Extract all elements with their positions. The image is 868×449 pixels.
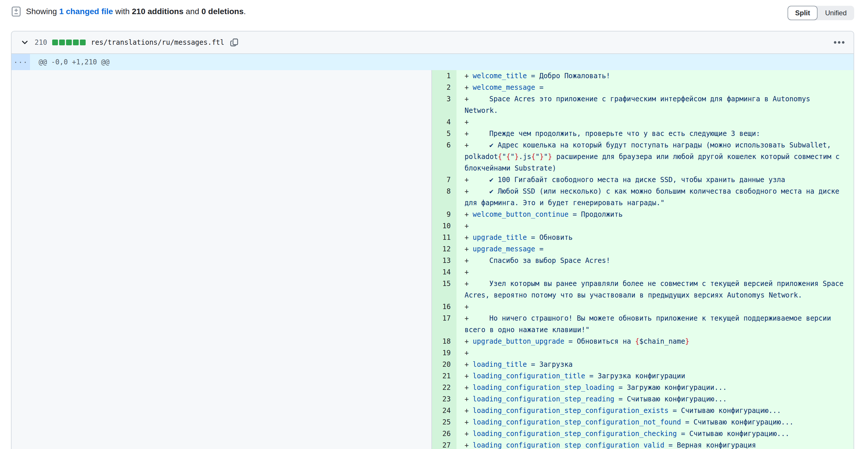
code-line: + Но ничего страшного! Вы можете обновит…: [457, 312, 854, 336]
diff-row: 24+loading_configuration_step_configurat…: [432, 405, 854, 416]
line-number[interactable]: 11: [432, 232, 457, 243]
line-number[interactable]: 2: [432, 82, 457, 93]
code-line: +loading_configuration_step_reading = Сч…: [457, 393, 854, 405]
summary-text: Showing 1 changed file with 210 addition…: [26, 6, 246, 17]
addition-marker: +: [465, 174, 473, 185]
addition-marker: +: [465, 243, 473, 255]
diff-row: 27+loading_configuration_step_configurat…: [432, 440, 854, 449]
line-number[interactable]: 16: [432, 301, 457, 312]
code-line: +loading_configuration_step_loading = За…: [457, 382, 854, 393]
deletions-count: 0 deletions: [201, 7, 243, 16]
line-number[interactable]: 3: [432, 93, 457, 116]
addition-marker: +: [465, 370, 473, 382]
code-line: +loading_configuration_step_configuratio…: [457, 405, 854, 416]
code-line: +loading_configuration_step_configuratio…: [457, 416, 854, 428]
diff-row: 22+loading_configuration_step_loading = …: [432, 382, 854, 393]
line-number[interactable]: 6: [432, 139, 457, 174]
changed-lines-count: 210: [35, 38, 47, 47]
line-number[interactable]: 13: [432, 255, 457, 266]
line-number[interactable]: 7: [432, 174, 457, 185]
addition-marker: +: [465, 232, 473, 243]
addition-marker: +: [465, 359, 473, 370]
diff-row: 16+: [432, 301, 854, 312]
diff-row: 15+ Узел которым вы ранее управляли боле…: [432, 278, 854, 301]
diffstat-block: [52, 39, 58, 45]
addition-marker: +: [465, 70, 473, 82]
addition-marker: +: [465, 93, 473, 105]
diff-row: 23+loading_configuration_step_reading = …: [432, 393, 854, 405]
unified-button[interactable]: Unified: [817, 6, 854, 20]
line-number[interactable]: 1: [432, 70, 457, 82]
split-button[interactable]: Split: [787, 6, 817, 20]
addition-marker: +: [465, 220, 473, 232]
line-number[interactable]: 15: [432, 278, 457, 301]
code-line: + ✔ Любой SSD (или несколько) с как можн…: [457, 185, 854, 209]
line-number[interactable]: 22: [432, 382, 457, 393]
line-number[interactable]: 18: [432, 336, 457, 347]
hunk-header-text: @@ -0,0 +1,210 @@: [30, 54, 854, 70]
code-line: +welcome_button_continue = Продолжить: [457, 209, 854, 220]
code-line: +: [457, 116, 854, 128]
diff-row: 17+ Но ничего страшного! Вы можете обнов…: [432, 312, 854, 336]
diff-row: 13+ Спасибо за выбор Space Acres!: [432, 255, 854, 266]
addition-marker: +: [465, 312, 473, 324]
diff-row: 2+welcome_message =: [432, 82, 854, 93]
addition-marker: +: [465, 428, 473, 440]
addition-marker: +: [465, 440, 473, 449]
code-line: +loading_title = Загрузка: [457, 359, 854, 370]
diff-row: 10+: [432, 220, 854, 232]
line-number[interactable]: 20: [432, 359, 457, 370]
view-toggle: Split Unified: [787, 6, 854, 20]
line-number[interactable]: 10: [432, 220, 457, 232]
code-line: + ✔ 100 Гигабайт свободного места на дис…: [457, 174, 854, 185]
addition-marker: +: [465, 278, 473, 290]
code-line: + ✔ Адрес кошелька на который будут пост…: [457, 139, 854, 174]
line-number[interactable]: 19: [432, 347, 457, 359]
line-number[interactable]: 25: [432, 416, 457, 428]
diff-row: 9+welcome_button_continue = Продолжить: [432, 209, 854, 220]
diff-row: 21+loading_configuration_title = Загрузк…: [432, 370, 854, 382]
changed-files-link[interactable]: 1 changed file: [59, 7, 113, 16]
copy-path-icon[interactable]: [229, 38, 239, 47]
file-card: 210 res/translations/ru/messages.ftl ...…: [11, 31, 854, 449]
line-number[interactable]: 23: [432, 393, 457, 405]
line-number[interactable]: 9: [432, 209, 457, 220]
addition-marker: +: [465, 116, 473, 128]
collapse-chevron-icon[interactable]: [20, 38, 29, 47]
line-number[interactable]: 26: [432, 428, 457, 440]
code-line: + Спасибо за выбор Space Acres!: [457, 255, 854, 266]
line-number[interactable]: 24: [432, 405, 457, 416]
addition-marker: +: [465, 405, 473, 416]
line-number[interactable]: 8: [432, 185, 457, 209]
diff-row: 1+welcome_title = Добро Пожаловать!: [432, 70, 854, 82]
code-line: +: [457, 220, 854, 232]
code-line: +upgrade_title = Обновить: [457, 232, 854, 243]
addition-marker: +: [465, 139, 473, 151]
code-line: +welcome_title = Добро Пожаловать!: [457, 70, 854, 82]
code-line: + Space Acres это приложение с графическ…: [457, 93, 854, 116]
additions-count: 210 additions: [132, 7, 183, 16]
diffstat-block: [59, 39, 65, 45]
diff-row: 12+upgrade_message =: [432, 243, 854, 255]
diff-left-empty: [11, 70, 432, 449]
diffstat-block: [73, 39, 79, 45]
expand-hunk-button[interactable]: ...: [11, 54, 30, 70]
file-header: 210 res/translations/ru/messages.ftl: [11, 31, 854, 54]
addition-marker: +: [465, 255, 473, 266]
code-line: +: [457, 301, 854, 312]
line-number[interactable]: 17: [432, 312, 457, 336]
line-number[interactable]: 14: [432, 266, 457, 278]
line-number[interactable]: 27: [432, 440, 457, 449]
code-line: +welcome_message =: [457, 82, 854, 93]
addition-marker: +: [465, 209, 473, 220]
file-menu-button[interactable]: [833, 38, 845, 47]
code-line: +: [457, 266, 854, 278]
addition-marker: +: [465, 82, 473, 93]
line-number[interactable]: 5: [432, 128, 457, 139]
line-number[interactable]: 12: [432, 243, 457, 255]
code-line: +loading_configuration_title = Загрузка …: [457, 370, 854, 382]
addition-marker: +: [465, 128, 473, 139]
line-number[interactable]: 4: [432, 116, 457, 128]
diffstat-block: [80, 39, 86, 45]
line-number[interactable]: 21: [432, 370, 457, 382]
